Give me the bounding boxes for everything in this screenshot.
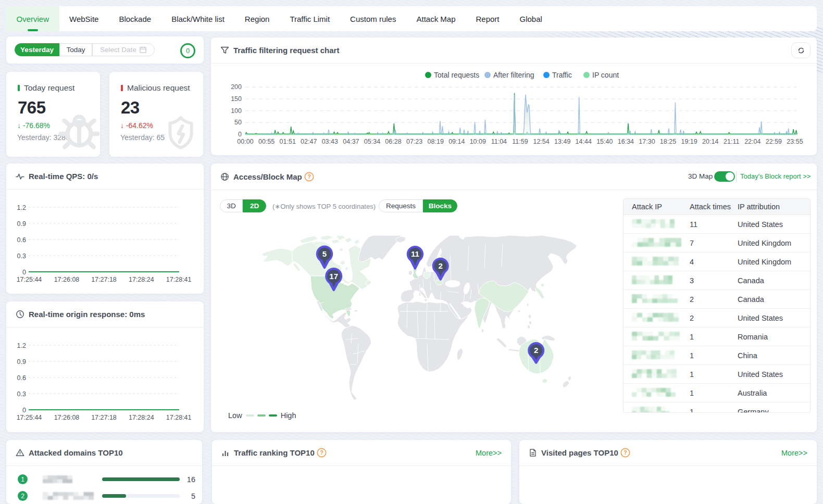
svg-text:05:34: 05:34: [364, 138, 380, 145]
svg-text:After filtering: After filtering: [493, 71, 534, 79]
svg-text:0.6: 0.6: [17, 374, 26, 382]
svg-text:17:26:08: 17:26:08: [54, 276, 80, 283]
svg-text:04:37: 04:37: [343, 138, 359, 145]
svg-text:100: 100: [231, 107, 242, 115]
svg-text:0: 0: [238, 131, 242, 138]
svg-text:01:51: 01:51: [280, 138, 296, 145]
svg-text:08:19: 08:19: [428, 138, 444, 145]
svg-text:17:25:44: 17:25:44: [17, 276, 42, 283]
svg-text:21:11: 21:11: [724, 138, 739, 145]
svg-text:03:43: 03:43: [322, 138, 338, 145]
svg-text:17:28:41: 17:28:41: [166, 276, 192, 283]
svg-text:17:26:08: 17:26:08: [54, 414, 80, 421]
svg-text:?: ?: [624, 449, 627, 456]
svg-text:150: 150: [231, 95, 242, 103]
svg-text:0.6: 0.6: [17, 236, 26, 244]
svg-text:18:25: 18:25: [660, 138, 676, 145]
svg-text:0.9: 0.9: [17, 358, 26, 366]
svg-text:09:14: 09:14: [448, 138, 465, 145]
svg-text:IP count: IP count: [592, 71, 619, 79]
svg-text:17:27:18: 17:27:18: [91, 276, 117, 283]
svg-text:17: 17: [329, 272, 338, 281]
svg-text:1.2: 1.2: [17, 204, 26, 211]
svg-text:11:59: 11:59: [512, 138, 528, 145]
svg-text:10:09: 10:09: [470, 138, 486, 145]
svg-text:2: 2: [534, 346, 538, 355]
svg-text:0: 0: [22, 407, 26, 414]
svg-text:0.3: 0.3: [17, 390, 26, 398]
svg-text:00:55: 00:55: [258, 138, 275, 145]
svg-text:11:04: 11:04: [491, 138, 507, 145]
svg-text:07:23: 07:23: [406, 138, 422, 145]
svg-text:20:14: 20:14: [702, 138, 718, 145]
svg-text:22:04: 22:04: [744, 138, 760, 145]
svg-text:17:27:18: 17:27:18: [91, 414, 117, 421]
svg-text:50: 50: [234, 119, 242, 126]
svg-text:17:28:24: 17:28:24: [129, 276, 154, 283]
svg-text:?: ?: [320, 449, 323, 456]
svg-text:Traffic: Traffic: [552, 71, 572, 79]
svg-text:13:49: 13:49: [554, 138, 570, 145]
svg-text:0.9: 0.9: [17, 220, 26, 228]
svg-text:0: 0: [22, 269, 26, 276]
svg-text:00:00: 00:00: [237, 138, 253, 145]
svg-text:16:34: 16:34: [618, 138, 634, 145]
svg-text:11: 11: [411, 249, 419, 258]
svg-text:02:47: 02:47: [301, 138, 317, 145]
svg-text:17:28:24: 17:28:24: [129, 414, 154, 421]
svg-text:06:28: 06:28: [385, 138, 401, 145]
svg-text:23:55: 23:55: [787, 138, 803, 145]
svg-text:14:44: 14:44: [576, 138, 592, 145]
svg-text:2: 2: [439, 261, 443, 270]
svg-text:17:25:44: 17:25:44: [17, 414, 42, 421]
svg-text:5: 5: [322, 249, 327, 258]
svg-text:0.3: 0.3: [17, 253, 26, 260]
svg-text:12:54: 12:54: [533, 138, 549, 145]
svg-text:200: 200: [231, 83, 242, 91]
svg-text:1.2: 1.2: [17, 342, 26, 349]
svg-text:22:59: 22:59: [766, 138, 782, 145]
svg-text:19:19: 19:19: [681, 138, 697, 145]
svg-text:Total requests: Total requests: [434, 71, 479, 79]
svg-text:15:40: 15:40: [596, 138, 613, 145]
svg-text:17:28:41: 17:28:41: [166, 414, 192, 421]
svg-text:17:30: 17:30: [639, 138, 655, 145]
